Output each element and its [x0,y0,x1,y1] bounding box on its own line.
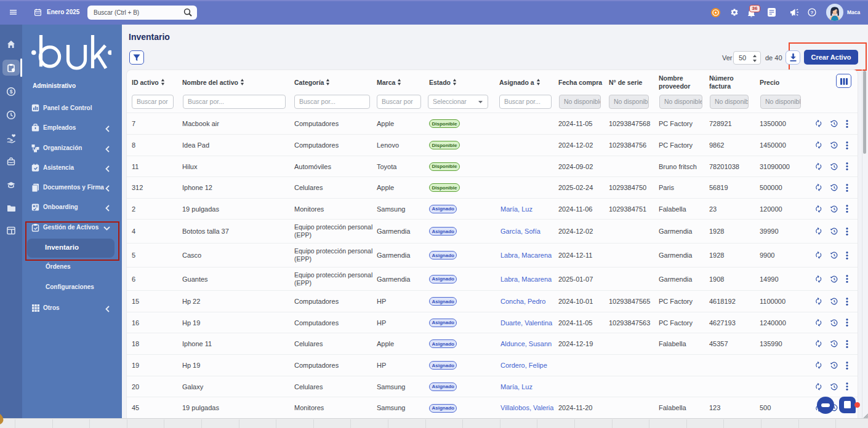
svg-text:$: $ [10,89,13,95]
svg-text:?: ? [811,10,814,15]
